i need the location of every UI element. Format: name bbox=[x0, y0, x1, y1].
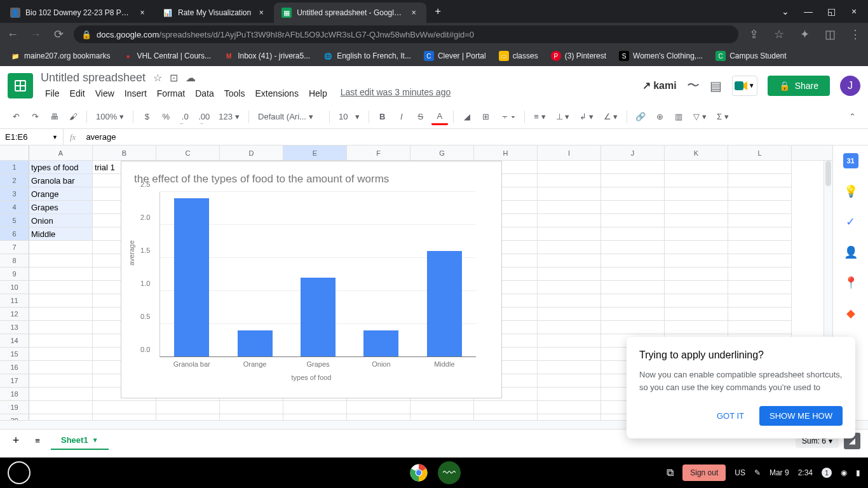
browser-tab-2[interactable]: ▦ Untitled spreadsheet - Google Sh × bbox=[274, 3, 426, 23]
cell-A12[interactable] bbox=[29, 308, 93, 321]
cell-K5[interactable] bbox=[665, 214, 728, 227]
cell-J11[interactable] bbox=[601, 294, 665, 308]
got-it-button[interactable]: GOT IT bbox=[709, 406, 752, 426]
cell-G20[interactable] bbox=[410, 414, 474, 420]
cell-I14[interactable] bbox=[538, 334, 601, 348]
close-icon[interactable]: × bbox=[409, 8, 419, 18]
cell-A7[interactable] bbox=[29, 241, 93, 254]
minimize-icon[interactable]: — bbox=[802, 5, 815, 18]
row-header[interactable]: 12 bbox=[0, 308, 29, 321]
cell-A8[interactable] bbox=[29, 254, 93, 268]
col-header-L[interactable]: L bbox=[728, 146, 792, 160]
document-title[interactable]: Untitled spreadsheet bbox=[41, 71, 146, 85]
reload-button[interactable]: ⟳ bbox=[51, 27, 66, 42]
cell-J12[interactable] bbox=[601, 308, 665, 321]
battery-icon[interactable]: ▮ bbox=[856, 468, 860, 477]
cell-K3[interactable] bbox=[665, 187, 728, 201]
row-header[interactable]: 20 bbox=[0, 414, 29, 420]
cell-D20[interactable] bbox=[220, 414, 283, 420]
cell-K10[interactable] bbox=[665, 281, 728, 294]
cell-I19[interactable] bbox=[538, 401, 601, 414]
bookmark-item[interactable]: ●VHL Central | Cours... bbox=[118, 48, 216, 64]
sheets-logo-icon[interactable] bbox=[8, 73, 33, 98]
launcher-button[interactable] bbox=[8, 461, 31, 484]
row-header[interactable]: 7 bbox=[0, 241, 29, 254]
row-header[interactable]: 10 bbox=[0, 281, 29, 294]
move-icon[interactable]: ⊡ bbox=[170, 72, 178, 84]
cell-L10[interactable] bbox=[728, 281, 792, 294]
cell-L1[interactable] bbox=[728, 161, 792, 174]
browser-tab-1[interactable]: 📊 Rate My Visualization × bbox=[155, 3, 274, 23]
share-icon[interactable]: ⇪ bbox=[746, 27, 761, 42]
forward-button[interactable]: → bbox=[28, 27, 43, 42]
taskbar-time[interactable]: 2:34 bbox=[798, 468, 813, 477]
cell-A15[interactable] bbox=[29, 348, 93, 361]
bold-button[interactable]: B bbox=[374, 109, 391, 125]
cell-A6[interactable]: Middle bbox=[29, 227, 93, 241]
font-select[interactable]: Default (Ari... ▾ bbox=[254, 112, 324, 121]
row-header[interactable]: 16 bbox=[0, 361, 29, 374]
cell-K9[interactable] bbox=[665, 268, 728, 281]
wrap-button[interactable]: ↲ ▾ bbox=[576, 112, 597, 121]
link-button[interactable]: 🔗 bbox=[632, 109, 649, 125]
screen-share-icon[interactable]: ⧉ bbox=[667, 467, 674, 478]
taskbar-date[interactable]: Mar 9 bbox=[770, 468, 789, 477]
cell-J4[interactable] bbox=[601, 201, 665, 214]
bookmark-item[interactable]: CClever | Portal bbox=[419, 48, 491, 64]
merge-button[interactable]: ⫟ ▾ bbox=[497, 112, 520, 121]
print-button[interactable]: 🖶 bbox=[46, 109, 62, 125]
currency-button[interactable]: $ bbox=[139, 109, 155, 125]
cell-A1[interactable]: types of food bbox=[29, 161, 93, 174]
cell-I12[interactable] bbox=[538, 308, 601, 321]
cell-A3[interactable]: Orange bbox=[29, 187, 93, 201]
row-header[interactable]: 9 bbox=[0, 268, 29, 281]
app-icon[interactable]: 〰 bbox=[438, 461, 461, 484]
cell-A5[interactable]: Onion bbox=[29, 214, 93, 227]
cell-L13[interactable] bbox=[728, 321, 792, 334]
chart-button[interactable]: ▥ bbox=[670, 109, 687, 125]
col-header-H[interactable]: H bbox=[474, 146, 538, 160]
back-button[interactable]: ← bbox=[5, 27, 20, 42]
col-header-F[interactable]: F bbox=[347, 146, 410, 160]
cell-A10[interactable] bbox=[29, 281, 93, 294]
notification-badge[interactable]: 1 bbox=[822, 468, 832, 478]
row-header[interactable]: 5 bbox=[0, 214, 29, 227]
font-size-select[interactable]: 10 ▾ bbox=[335, 112, 363, 121]
col-header-D[interactable]: D bbox=[220, 146, 283, 160]
row-header[interactable]: 14 bbox=[0, 334, 29, 348]
cell-A20[interactable] bbox=[29, 414, 93, 420]
maps-icon[interactable]: 📍 bbox=[843, 275, 858, 290]
menu-insert[interactable]: Insert bbox=[120, 87, 151, 100]
fill-color-button[interactable]: ◢ bbox=[459, 109, 475, 125]
row-header[interactable]: 17 bbox=[0, 374, 29, 388]
menu-icon[interactable]: ⋮ bbox=[848, 27, 863, 42]
cell-J7[interactable] bbox=[601, 241, 665, 254]
pen-icon[interactable]: ✎ bbox=[754, 468, 761, 477]
cell-J10[interactable] bbox=[601, 281, 665, 294]
comments-icon[interactable]: ▤ bbox=[710, 78, 722, 93]
cell-J6[interactable] bbox=[601, 227, 665, 241]
url-input[interactable]: 🔒 docs.google.com/spreadsheets/d/1AyjPuT… bbox=[74, 25, 738, 43]
sheet-tab-1[interactable]: Sheet1▼ bbox=[51, 431, 109, 450]
row-header[interactable]: 18 bbox=[0, 388, 29, 401]
cell-A17[interactable] bbox=[29, 374, 93, 388]
embedded-chart[interactable]: the effect of the types of food to the a… bbox=[121, 161, 502, 398]
cell-I3[interactable] bbox=[538, 187, 601, 201]
bookmark-item[interactable]: MInbox (41) - jrivera5... bbox=[219, 48, 315, 64]
cell-I11[interactable] bbox=[538, 294, 601, 308]
cell-L11[interactable] bbox=[728, 294, 792, 308]
bookmark-item[interactable]: 📁maine207.org bookmarks bbox=[5, 48, 115, 64]
text-color-button[interactable]: A bbox=[431, 109, 448, 125]
cell-I5[interactable] bbox=[538, 214, 601, 227]
strikethrough-button[interactable]: S bbox=[412, 109, 429, 125]
calendar-icon[interactable]: 31 bbox=[843, 153, 858, 168]
row-header[interactable]: 2 bbox=[0, 174, 29, 187]
cell-A16[interactable] bbox=[29, 361, 93, 374]
cell-D19[interactable] bbox=[220, 401, 283, 414]
cell-I8[interactable] bbox=[538, 254, 601, 268]
activity-icon[interactable]: 〜 bbox=[687, 77, 700, 94]
v-align-button[interactable]: ⊥ ▾ bbox=[552, 112, 574, 121]
percent-button[interactable]: % bbox=[158, 109, 174, 125]
cell-A13[interactable] bbox=[29, 321, 93, 334]
cell-I18[interactable] bbox=[538, 388, 601, 401]
